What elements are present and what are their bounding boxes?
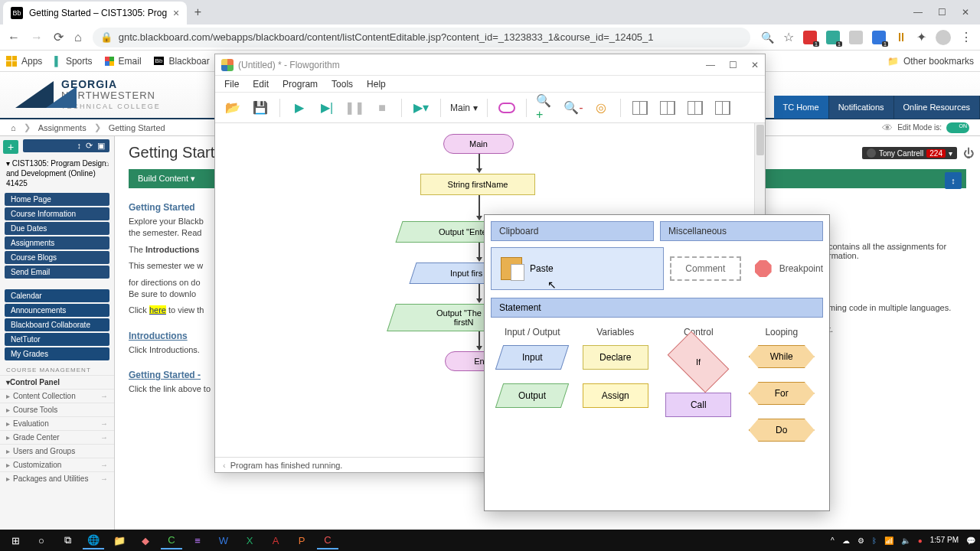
- home-crumb-icon[interactable]: ⌂: [11, 123, 16, 132]
- taskbar-app[interactable]: C: [317, 531, 338, 549]
- taskbar-explorer[interactable]: 📁: [109, 531, 130, 549]
- sidebar-link[interactable]: Calendar: [5, 289, 109, 302]
- tray-notifications-icon[interactable]: 💬: [966, 536, 975, 545]
- comment-shape[interactable]: Comment: [670, 256, 741, 281]
- app-titlebar[interactable]: (Untitled) * - Flowgorithm — ☐ ✕: [215, 54, 765, 76]
- shape-declare[interactable]: Declare: [583, 345, 648, 370]
- bookmark-blackboard[interactable]: BbBlackboar: [154, 56, 210, 67]
- task-view-icon[interactable]: ⧉: [57, 531, 78, 549]
- taskbar-app[interactable]: C: [161, 531, 182, 549]
- back-icon[interactable]: ←: [8, 31, 20, 44]
- minimize-icon[interactable]: —: [706, 60, 715, 70]
- shape-input[interactable]: Input: [495, 345, 569, 370]
- star-icon[interactable]: ☆: [783, 30, 794, 44]
- taskbar-app[interactable]: ◆: [135, 531, 156, 549]
- sidebar-link[interactable]: Due Dates: [5, 222, 109, 235]
- logout-icon[interactable]: ⏻: [963, 147, 974, 159]
- run-icon[interactable]: ▶: [289, 98, 309, 118]
- breakpoint-shape[interactable]: Breakpoint: [755, 260, 823, 277]
- home-icon[interactable]: ⌂: [105, 158, 109, 168]
- shape-call[interactable]: Call: [665, 393, 731, 417]
- user-badge[interactable]: Tony Cantrell224▾: [862, 147, 957, 159]
- reload-icon[interactable]: ⟳: [54, 30, 64, 44]
- save-icon[interactable]: 💾: [250, 98, 270, 118]
- shape-icon[interactable]: [497, 98, 517, 118]
- tray-up-icon[interactable]: ^: [831, 536, 835, 545]
- nav-tab-resources[interactable]: Online Resources: [894, 96, 980, 119]
- pause-icon[interactable]: ❚❚: [345, 98, 364, 118]
- fit-icon[interactable]: ◎: [591, 98, 611, 118]
- extension-icon[interactable]: [849, 31, 863, 44]
- menu-file[interactable]: File: [224, 79, 239, 90]
- extension-icon[interactable]: 1: [826, 31, 840, 44]
- zoom-icon[interactable]: 🔍: [761, 31, 774, 44]
- reorder-icon[interactable]: ↕: [77, 141, 82, 151]
- shape-do[interactable]: Do: [749, 419, 815, 442]
- taskbar-powerpoint[interactable]: P: [291, 531, 312, 549]
- build-content-button[interactable]: Build Content ▾: [138, 174, 195, 184]
- cp-item[interactable]: ▸Evaluation→: [0, 416, 114, 430]
- breadcrumb-assignments[interactable]: Assignments: [38, 123, 87, 132]
- sidebar-link[interactable]: Blackboard Collaborate: [5, 318, 109, 331]
- function-select[interactable]: Main ▾: [450, 103, 478, 113]
- extensions-icon[interactable]: ✦: [916, 30, 926, 44]
- address-bar[interactable]: 🔒 gntc.blackboard.com/webapps/blackboard…: [93, 28, 750, 47]
- layout-icon[interactable]: [630, 98, 650, 118]
- tray-wifi-icon[interactable]: 📶: [884, 536, 893, 545]
- taskbar-word[interactable]: W: [213, 531, 234, 549]
- sidebar-link[interactable]: My Grades: [5, 347, 109, 360]
- shape-output[interactable]: Output: [495, 383, 569, 408]
- menu-program[interactable]: Program: [283, 79, 318, 90]
- step-icon[interactable]: ▶|: [317, 98, 337, 118]
- shape-assign[interactable]: Assign: [583, 383, 648, 408]
- paste-button[interactable]: Paste: [491, 247, 664, 290]
- node-declare[interactable]: String firstName: [420, 174, 535, 195]
- shape-for[interactable]: For: [749, 382, 815, 405]
- cp-item[interactable]: ▸Packages and Utilities→: [0, 471, 114, 485]
- open-icon[interactable]: 📂: [223, 98, 243, 118]
- extension-icon[interactable]: 1: [803, 31, 817, 44]
- bookmark-sports[interactable]: ▌Sports: [54, 56, 92, 67]
- reorder-button[interactable]: ↕: [945, 172, 962, 189]
- sidebar-link[interactable]: Announcements: [5, 304, 109, 317]
- minimize-icon[interactable]: —: [913, 7, 923, 18]
- sidebar-link[interactable]: NetTutor: [5, 333, 109, 346]
- menu-help[interactable]: Help: [367, 79, 386, 90]
- shape-if[interactable]: If: [668, 331, 730, 393]
- home-icon[interactable]: ⌂: [74, 31, 82, 44]
- maximize-icon[interactable]: ☐: [938, 7, 946, 18]
- close-icon[interactable]: ✕: [751, 60, 759, 70]
- nav-tab-home[interactable]: TC Home: [774, 96, 829, 119]
- menu-edit[interactable]: Edit: [253, 79, 269, 90]
- browser-tab[interactable]: Bb Getting Started – CIST1305: Prog ×: [3, 2, 187, 24]
- taskbar-app[interactable]: ≡: [187, 531, 208, 549]
- forward-icon[interactable]: →: [31, 31, 43, 44]
- expand-icon[interactable]: ▣: [97, 141, 105, 151]
- cp-item[interactable]: ▸Content Collection→: [0, 389, 114, 403]
- cp-item[interactable]: ▸Grade Center→: [0, 430, 114, 444]
- profile-icon[interactable]: [936, 30, 951, 45]
- cp-item[interactable]: ▸Customization→: [0, 458, 114, 471]
- cp-item[interactable]: ▸Course Tools: [0, 403, 114, 416]
- apps-shortcut[interactable]: Apps: [6, 56, 42, 67]
- close-icon[interactable]: ✕: [962, 7, 969, 18]
- sidebar-link[interactable]: Course Blogs: [5, 251, 109, 264]
- paused-icon[interactable]: ⏸: [895, 31, 907, 44]
- search-icon[interactable]: ○: [31, 531, 52, 549]
- sidebar-link[interactable]: Home Page: [5, 193, 109, 206]
- layout-icon[interactable]: [713, 98, 733, 118]
- tray-icon[interactable]: ●: [918, 536, 923, 545]
- tray-clock[interactable]: 1:57 PM: [930, 536, 959, 544]
- stop-icon[interactable]: ■: [372, 98, 392, 118]
- taskbar-excel[interactable]: X: [239, 531, 260, 549]
- menu-icon[interactable]: ⋮: [960, 30, 972, 44]
- sidebar-link[interactable]: Send Email: [5, 266, 109, 279]
- bookmark-email[interactable]: Email: [105, 56, 142, 67]
- menu-tools[interactable]: Tools: [332, 79, 353, 90]
- speed-icon[interactable]: ▶▾: [411, 98, 431, 118]
- edit-mode-toggle[interactable]: [946, 122, 969, 133]
- zoom-out-icon[interactable]: 🔍-: [564, 98, 583, 118]
- sidebar-link[interactable]: Course Information: [5, 207, 109, 220]
- course-title[interactable]: ▾ CIST1305: Program Design and Developme…: [0, 155, 114, 191]
- other-bookmarks[interactable]: 📁Other bookmarks: [887, 56, 974, 67]
